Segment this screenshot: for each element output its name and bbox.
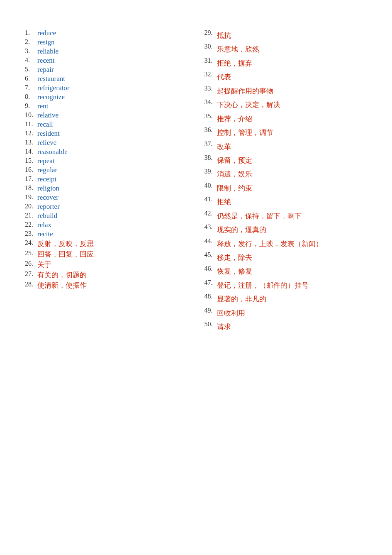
list-item: 21.rebuild: [25, 212, 188, 220]
item-text: 有关的，切题的: [37, 270, 87, 280]
item-text: 控制，管理，调节: [217, 126, 273, 139]
item-number: 4.: [25, 56, 37, 64]
item-number: 5.: [25, 66, 37, 73]
list-item: 10.relative: [25, 111, 188, 120]
list-item: 7.refrigerator: [25, 84, 188, 92]
item-text: recognize: [37, 93, 65, 101]
item-number: 40.: [205, 182, 217, 189]
list-item: 33.起提醒作用的事物: [205, 85, 368, 98]
item-number: 10.: [25, 111, 37, 119]
content-area: 1.reduce2.resign3.reliable4.recent5.repa…: [25, 29, 367, 335]
item-number: 22.: [25, 221, 37, 228]
item-number: 41.: [205, 196, 217, 203]
list-item: 37.改革: [205, 140, 368, 153]
item-text: 关于: [37, 260, 51, 269]
item-number: 6.: [25, 75, 37, 82]
item-number: 13.: [25, 139, 37, 146]
list-item: 9.rent: [25, 102, 188, 110]
item-number: 31.: [205, 57, 217, 64]
list-item: 36.控制，管理，调节: [205, 126, 368, 139]
item-text: 回收利用: [217, 307, 245, 320]
list-item: 4.recent: [25, 56, 188, 65]
item-text: recite: [37, 230, 53, 238]
item-text: 拒绝: [217, 196, 231, 208]
item-text: regular: [37, 166, 57, 174]
item-number: 24.: [25, 239, 37, 247]
list-item: 24.反射，反映，反思: [25, 239, 188, 249]
list-item: 3.reliable: [25, 47, 188, 56]
item-text: 仍然是，保持，留下，剩下: [217, 210, 302, 222]
item-text: 释放，发行，上映，发表（新闻）: [217, 237, 323, 250]
item-number: 38.: [205, 154, 217, 161]
list-item: 5.repair: [25, 66, 188, 74]
item-text: resident: [37, 130, 60, 138]
item-text: 现实的，逼真的: [217, 223, 266, 236]
item-number: 3.: [25, 47, 37, 55]
item-number: 29.: [205, 29, 217, 37]
item-number: 48.: [205, 293, 217, 300]
item-number: 20.: [25, 203, 37, 210]
item-text: restaurant: [37, 75, 65, 83]
item-text: 代表: [217, 71, 231, 83]
list-item: 17.receipt: [25, 175, 188, 183]
list-item: 13.relieve: [25, 139, 188, 147]
item-text: 消遣，娱乐: [217, 168, 252, 181]
list-item: 26.关于: [25, 260, 188, 269]
list-item: 29.抵抗: [205, 29, 368, 42]
item-number: 17.: [25, 175, 37, 183]
item-text: relax: [37, 221, 51, 229]
item-number: 33.: [205, 85, 217, 92]
item-number: 34.: [205, 98, 217, 106]
item-number: 28.: [25, 281, 37, 288]
list-item: 6.restaurant: [25, 75, 188, 83]
item-number: 2.: [25, 38, 37, 46]
item-text: reasonable: [37, 148, 68, 156]
item-number: 12.: [25, 130, 37, 137]
list-item: 11.recall: [25, 120, 188, 129]
item-number: 39.: [205, 168, 217, 175]
item-number: 1.: [25, 29, 37, 37]
list-item: 15.repeat: [25, 157, 188, 165]
item-text: 推荐，介绍: [217, 112, 252, 125]
item-number: 15.: [25, 157, 37, 164]
item-number: 8.: [25, 93, 37, 100]
list-item: 50.请求: [205, 320, 368, 333]
item-number: 49.: [205, 307, 217, 314]
list-item: 30.乐意地，欣然: [205, 43, 368, 56]
item-text: refrigerator: [37, 84, 69, 92]
item-text: recover: [37, 193, 58, 202]
item-text: religion: [37, 184, 59, 193]
item-text: 使清新，使振作: [37, 281, 87, 290]
item-number: 21.: [25, 212, 37, 219]
item-number: 16.: [25, 166, 37, 174]
item-number: 7.: [25, 84, 37, 91]
item-number: 50.: [205, 320, 217, 328]
item-text: 反射，反映，反思: [37, 239, 94, 249]
item-text: receipt: [37, 175, 56, 183]
item-number: 47.: [205, 279, 217, 286]
list-item: 18.religion: [25, 184, 188, 193]
item-number: 14.: [25, 148, 37, 155]
list-item: 2.resign: [25, 38, 188, 46]
item-number: 32.: [205, 71, 217, 78]
list-item: 1.reduce: [25, 29, 188, 37]
list-item: 23.recite: [25, 230, 188, 238]
list-item: 40.限制，约束: [205, 182, 368, 195]
item-number: 30.: [205, 43, 217, 50]
item-text: reduce: [37, 29, 56, 37]
item-text: resign: [37, 38, 55, 46]
item-text: recent: [37, 56, 55, 65]
item-text: 乐意地，欣然: [217, 43, 259, 56]
item-text: reporter: [37, 203, 60, 211]
item-number: 44.: [205, 237, 217, 245]
item-text: rent: [37, 102, 48, 110]
item-text: 下决心，决定，解决: [217, 98, 280, 111]
item-text: reliable: [37, 47, 58, 56]
item-number: 25.: [25, 249, 37, 257]
list-item: 16.regular: [25, 166, 188, 174]
item-text: 登记，注册，（邮件的）挂号: [217, 279, 309, 292]
item-text: relative: [37, 111, 58, 120]
list-item: 31.拒绝，摒弃: [205, 57, 368, 70]
item-number: 18.: [25, 184, 37, 192]
list-item: 41.拒绝: [205, 196, 368, 208]
